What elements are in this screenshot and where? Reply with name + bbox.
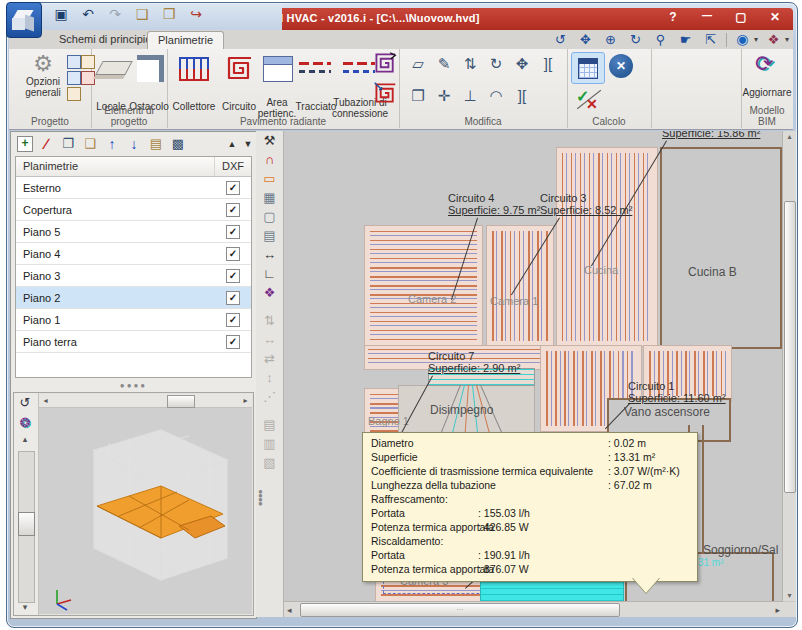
previous-view-icon[interactable]: ↺ [551, 31, 570, 48]
dxf-checkbox[interactable]: ✓ [226, 181, 240, 195]
scroll-right-icon[interactable]: ▸ [240, 395, 251, 406]
scroll-down-icon[interactable]: ▾ [14, 601, 36, 613]
edit-nodes-icon[interactable]: ⇅ [457, 51, 483, 81]
delete-plan-icon[interactable]: ∕ [37, 135, 55, 153]
move-down-icon[interactable]: ↓ [125, 135, 143, 153]
strip-splitter[interactable]: ●●●● [258, 490, 263, 506]
dxf-view-icon[interactable]: ▤ [147, 135, 165, 153]
snap-window-icon[interactable]: ▢ [258, 207, 282, 226]
room-camera2[interactable] [364, 225, 483, 347]
room-cucina-b[interactable] [660, 147, 782, 349]
send-view-icon[interactable]: ⇱ [701, 31, 720, 48]
ostacolo-icon[interactable] [137, 55, 164, 82]
swap-icon[interactable]: ⇄ [258, 349, 282, 368]
minimize-button[interactable]: — [697, 10, 717, 24]
orbit-3d-icon[interactable]: ❂ [14, 413, 36, 433]
expand-icon[interactable]: ▼ [242, 135, 254, 153]
layers-top-icon[interactable]: ▤ [258, 415, 282, 434]
cancel-calculation-button[interactable]: ✕ [609, 54, 633, 78]
rotate-node-icon[interactable]: ↻ [483, 51, 509, 81]
slider-thumb[interactable] [18, 512, 35, 536]
duplicate-plan-icon[interactable]: ❐ [59, 135, 77, 153]
panel-splitter[interactable]: ●●●● [11, 382, 256, 392]
dxf-checkbox[interactable]: ✓ [226, 247, 240, 261]
app-logo-icon[interactable] [6, 2, 42, 38]
stretch-icon[interactable]: ↕ [258, 368, 282, 387]
calculate-button[interactable] [571, 52, 605, 84]
preview-3d-view[interactable] [39, 408, 252, 614]
ortho-icon[interactable]: ▭ [258, 169, 282, 188]
dxf-checkbox[interactable]: ✓ [226, 269, 240, 283]
scroll-left-icon[interactable]: ◂ [40, 395, 51, 406]
vscroll-thumb[interactable] [784, 201, 796, 493]
trim-bracket-icon[interactable]: ][ [535, 51, 561, 81]
circuito-icon[interactable] [225, 54, 253, 82]
export-plan-icon[interactable]: ❑ [81, 135, 99, 153]
web-services-icon[interactable]: ◉ [733, 31, 752, 48]
tubazioni-icon[interactable] [343, 58, 375, 80]
move-node-icon[interactable]: ✥ [509, 51, 535, 81]
dxf-checkbox[interactable]: ✓ [226, 225, 240, 239]
help-button[interactable]: ? [663, 10, 683, 24]
copy-icon[interactable]: ❐ [405, 83, 431, 113]
grid-icon[interactable]: ▦ [258, 188, 282, 207]
add-plan-icon[interactable]: + [17, 136, 33, 152]
move-vertical-icon[interactable]: ⇅ [258, 311, 282, 330]
planimetria-row[interactable]: Piano 4 ✓ [16, 243, 251, 265]
tab-schemi-di-principio[interactable]: Schemi di principio [49, 31, 161, 50]
dxf-checkbox[interactable]: ✓ [226, 335, 240, 349]
canvas-vscrollbar[interactable]: ▴ ▾ [782, 131, 796, 601]
tracciato-icon[interactable] [299, 58, 331, 80]
opzioni-generali-button[interactable]: ⚙ Opzioni generali [17, 52, 69, 98]
dxf-checkbox[interactable]: ✓ [226, 291, 240, 305]
move-horizontal-icon[interactable]: ↔ [258, 330, 282, 349]
insert-node-icon[interactable]: ⊥ [457, 83, 483, 113]
arc-icon[interactable]: ◠ [483, 83, 509, 113]
preview-hscrollbar[interactable]: ◂ ▸ [39, 394, 252, 408]
drawing-canvas[interactable]: Camera 2 Camera 1 Cucina Cucina B Disimp… [284, 131, 796, 617]
extend-bracket-icon[interactable]: ][ [509, 83, 535, 113]
move-icon[interactable]: ✛ [431, 83, 457, 113]
area-pertinenza-icon[interactable] [263, 56, 293, 82]
bim-refresh-icon[interactable]: ⟳ [755, 51, 773, 77]
planimetria-row[interactable]: Copertura ✓ [16, 199, 251, 221]
zoom-window-icon[interactable]: ⊕ [601, 31, 620, 48]
planimetria-row[interactable]: Piano 1 ✓ [16, 309, 251, 331]
scroll-up-icon[interactable]: ▴ [14, 433, 36, 445]
layers-mid-icon[interactable]: ▥ [258, 434, 282, 453]
reference-icon[interactable]: ❖ [258, 283, 282, 302]
project-file-icon[interactable] [67, 55, 81, 69]
planimetria-row[interactable]: Piano 2 ✓ [16, 287, 251, 309]
rotate-view-icon[interactable]: ↺ [14, 393, 36, 413]
redo-icon[interactable]: ↷ [106, 5, 124, 23]
zoom-all-icon[interactable]: ✥ [576, 31, 595, 48]
hscroll-thumb[interactable] [167, 395, 195, 408]
print-setup-icon[interactable]: ❒ [160, 5, 178, 23]
project-sheet-icon[interactable] [67, 71, 81, 85]
locale-icon[interactable] [95, 61, 132, 75]
snap-magnet-icon[interactable]: ∩ [258, 150, 282, 169]
zoom-slider[interactable] [18, 451, 35, 603]
collapse-icon[interactable]: ▲ [226, 135, 238, 153]
maximize-button[interactable]: ▢ [731, 10, 751, 24]
print-icon[interactable]: ❑ [133, 5, 151, 23]
canvas-hscrollbar[interactable]: ◂ ⋯ ▸ [284, 601, 783, 617]
zoom-icon[interactable]: ⚲ [651, 31, 670, 48]
dxf-manage-icon[interactable]: ▩ [169, 135, 187, 153]
planimetria-row[interactable]: Piano terra ✓ [16, 331, 251, 353]
edit-tools-icon[interactable]: ⚒ [258, 131, 282, 150]
planimetria-row[interactable]: Piano 5 ✓ [16, 221, 251, 243]
hscroll-thumb[interactable]: ⋯ [300, 603, 620, 617]
slope-icon[interactable]: ⋰ [258, 387, 282, 406]
dxf-checkbox[interactable]: ✓ [226, 203, 240, 217]
help-book-icon[interactable]: ❖ [764, 31, 783, 48]
redraw-icon[interactable]: ↻ [626, 31, 645, 48]
edit-icon[interactable]: ✎ [431, 51, 457, 81]
move-up-icon[interactable]: ↑ [103, 135, 121, 153]
save-icon[interactable]: ▣ [52, 5, 70, 23]
rigenera-circuito-icon[interactable] [373, 51, 397, 75]
aggiornare-button[interactable]: Aggiornare [741, 87, 793, 98]
planimetria-row[interactable]: Piano 3 ✓ [16, 265, 251, 287]
layers-bottom-icon[interactable]: ▧ [258, 453, 282, 472]
project-notes-icon[interactable] [67, 87, 81, 101]
